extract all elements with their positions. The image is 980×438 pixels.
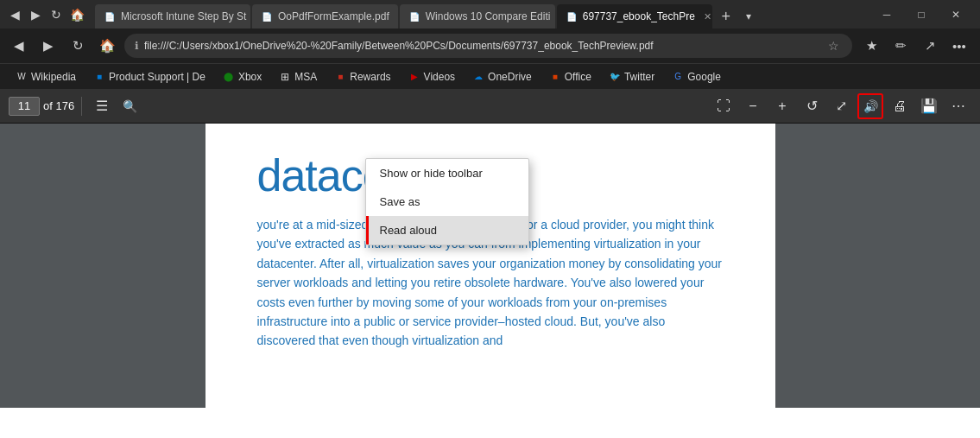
refresh-button[interactable]: ↻ — [66, 34, 90, 58]
tab-oopdf[interactable]: 📄 OoPdfFormExample.pdf — [252, 4, 398, 29]
pdf-toolbar: of 176 ☰ 🔍 ⛶ − + ↺ ⤢ 🔊 🖨 💾 ⋯ — [0, 89, 980, 124]
refresh-icon[interactable]: ↻ — [48, 7, 64, 22]
wikipedia-favicon: W — [16, 71, 28, 83]
pdf-page-input[interactable] — [9, 97, 40, 116]
pdf-content: datacenter you're at a mid-sized busines… — [0, 124, 980, 408]
pdf-list-button[interactable]: ☰ — [89, 93, 115, 119]
tab-697737[interactable]: 📄 697737_ebook_TechPre ✕ — [557, 4, 712, 29]
title-bar: ◀ ▶ ↻ 🏠 📄 Microsoft Intune Step By St 📄 … — [0, 0, 980, 29]
pdf-page: datacenter you're at a mid-sized busines… — [205, 124, 775, 408]
bookmark-xbox[interactable]: ⬤ Xbox — [216, 68, 269, 86]
address-text: file:///C:/Users/xbox1/OneDrive%20-%20Fa… — [144, 40, 819, 52]
pdf-page-fit-button[interactable]: ⤢ — [828, 93, 854, 119]
bookmark-twitter[interactable]: 🐦 Twitter — [602, 68, 661, 86]
bookmark-msa[interactable]: ⊞ MSA — [272, 68, 324, 86]
share-icon[interactable]: ↗ — [916, 32, 944, 60]
bookmark-productsupport[interactable]: ■ Product Support | De — [86, 68, 212, 86]
google-favicon: G — [672, 71, 684, 83]
tab-close-697737[interactable]: ✕ — [704, 11, 711, 22]
tab-label-oopdf: OoPdfFormExample.pdf — [278, 10, 389, 22]
tab-windows10[interactable]: 📄 Windows 10 Compare Editi — [400, 4, 555, 29]
minimize-button[interactable]: ─ — [869, 0, 904, 29]
address-bar-row: ◀ ▶ ↻ 🏠 ℹ file:///C:/Users/xbox1/OneDriv… — [0, 29, 980, 63]
bookmark-label-productsupport: Product Support | De — [109, 71, 205, 83]
tab-favicon-697737: 📄 — [566, 10, 578, 22]
bookmark-rewards[interactable]: ■ Rewards — [327, 68, 397, 86]
close-button[interactable]: ✕ — [939, 0, 973, 29]
bookmark-office[interactable]: ■ Office — [542, 68, 598, 86]
bookmark-label-onedrive: OneDrive — [488, 71, 532, 83]
office-favicon: ■ — [549, 71, 561, 83]
ctx-save-as[interactable]: Save as — [366, 187, 528, 216]
tab-dropdown-button[interactable]: ▾ — [738, 4, 759, 29]
pdf-fit-page-button[interactable]: ⛶ — [711, 93, 737, 119]
new-tab-button[interactable]: + — [714, 4, 738, 29]
pen-icon[interactable]: ✏ — [887, 32, 914, 60]
more-icon[interactable]: ••• — [945, 32, 973, 60]
forward-button[interactable]: ▶ — [36, 34, 60, 58]
address-box[interactable]: ℹ file:///C:/Users/xbox1/OneDrive%20-%20… — [124, 34, 852, 58]
msa-favicon: ⊞ — [279, 71, 291, 83]
pdf-divider-1 — [81, 97, 82, 116]
tab-label-intune: Microsoft Intune Step By St — [121, 10, 246, 22]
browser-toolbar-right: ★ ✏ ↗ ••• — [857, 32, 973, 60]
tabs-container: 📄 Microsoft Intune Step By St 📄 OoPdfFor… — [95, 0, 866, 29]
bookmark-google[interactable]: G Google — [665, 68, 728, 86]
ctx-show-hide-toolbar[interactable]: Show or hide toolbar — [366, 159, 528, 187]
context-menu: Show or hide toolbar Save as Read aloud — [365, 158, 529, 245]
star-icon[interactable]: ☆ — [825, 37, 842, 54]
bookmark-label-xbox: Xbox — [238, 71, 262, 83]
home-button[interactable]: 🏠 — [95, 34, 119, 58]
pdf-zoom-in-button[interactable]: + — [769, 93, 795, 119]
pdf-page-info: of 176 — [9, 97, 74, 116]
tab-favicon-windows10: 📄 — [408, 10, 420, 22]
onedrive-favicon: ☁ — [472, 71, 484, 83]
tab-label-windows10: Windows 10 Compare Editi — [426, 10, 551, 22]
productsupport-favicon: ■ — [93, 71, 105, 83]
pdf-zoom-out-button[interactable]: − — [740, 93, 766, 119]
ctx-read-aloud[interactable]: Read aloud — [366, 216, 528, 244]
pdf-search-button[interactable]: 🔍 — [118, 95, 141, 117]
address-icons: ☆ — [825, 37, 842, 54]
bookmark-videos[interactable]: ▶ Videos — [401, 68, 462, 86]
tab-favicon-intune: 📄 — [104, 10, 116, 22]
bookmark-label-wikipedia: Wikipedia — [31, 71, 76, 83]
pdf-more-button[interactable]: ⋯ — [945, 93, 971, 119]
rewards-favicon: ■ — [334, 71, 346, 83]
title-bar-icons: ◀ ▶ ↻ 🏠 — [7, 7, 85, 22]
bookmark-onedrive[interactable]: ☁ OneDrive — [465, 68, 539, 86]
xbox-favicon: ⬤ — [223, 71, 235, 83]
pdf-print-button[interactable]: 🖨 — [887, 93, 913, 119]
twitter-favicon: 🐦 — [609, 71, 621, 83]
bookmark-label-twitter: Twitter — [624, 71, 654, 83]
bookmark-label-videos: Videos — [424, 71, 455, 83]
lock-icon: ℹ — [135, 40, 139, 52]
pdf-total-pages: of 176 — [43, 99, 74, 112]
home-icon[interactable]: 🏠 — [69, 7, 85, 22]
bookmark-wikipedia[interactable]: W Wikipedia — [9, 68, 83, 86]
window-controls: ─ □ ✕ — [869, 0, 973, 29]
pdf-save-button[interactable]: 💾 — [916, 93, 942, 119]
tab-label-697737: 697737_ebook_TechPre — [583, 10, 695, 22]
videos-favicon: ▶ — [408, 71, 420, 83]
forward-icon[interactable]: ▶ — [28, 7, 43, 22]
bookmark-label-msa: MSA — [294, 71, 317, 83]
bookmark-label-google: Google — [687, 71, 721, 83]
bookmark-label-rewards: Rewards — [350, 71, 390, 83]
back-button[interactable]: ◀ — [7, 34, 31, 58]
bookmark-label-office: Office — [565, 71, 591, 83]
pdf-read-aloud-button[interactable]: 🔊 — [857, 93, 883, 119]
bookmarks-bar: W Wikipedia ■ Product Support | De ⬤ Xbo… — [0, 63, 980, 89]
tab-favicon-oopdf: 📄 — [261, 10, 273, 22]
pdf-rotate-button[interactable]: ↺ — [799, 93, 825, 119]
maximize-button[interactable]: □ — [904, 0, 939, 29]
favorites-icon[interactable]: ★ — [857, 32, 885, 60]
tab-intune[interactable]: 📄 Microsoft Intune Step By St — [95, 4, 250, 29]
back-icon[interactable]: ◀ — [7, 7, 22, 22]
